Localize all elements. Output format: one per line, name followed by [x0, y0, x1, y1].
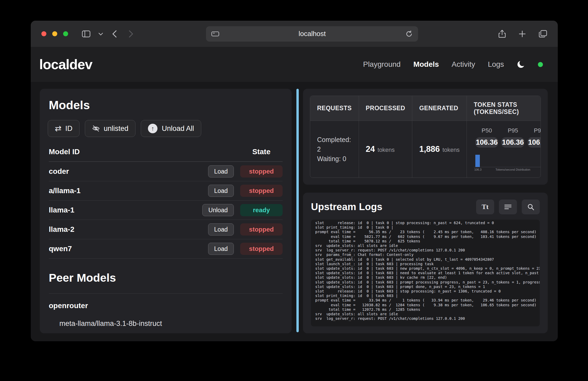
log-output-container[interactable]: slot release: id 0 | task 0 | stop proce…	[311, 220, 540, 326]
load-button[interactable]: Load	[208, 165, 234, 178]
nav-activity[interactable]: Activity	[452, 60, 475, 69]
completed-label: Completed:	[317, 135, 352, 144]
generated-value: 1,886	[419, 144, 440, 154]
toggle-unlisted-label: unlisted	[104, 125, 128, 133]
unload-all-label: Unload All	[162, 125, 194, 133]
generated-unit: tokens	[442, 147, 460, 153]
text-size-icon: Tt	[482, 203, 489, 211]
token-distribution-chart: 106.3 Tokens/second Distribution 106.4	[474, 152, 541, 171]
stats-table: REQUESTS PROCESSED GENERATED TOKEN STATS…	[310, 96, 541, 178]
peer-model-name[interactable]: meta-llama/llama-3.1-8b-instruct	[48, 312, 284, 328]
stats-header-requests: REQUESTS	[310, 96, 359, 121]
toggle-id-label: ID	[65, 125, 72, 133]
model-name: a/llama-1	[49, 187, 195, 195]
address-bar[interactable]: localhost	[206, 26, 418, 42]
stats-panel: REQUESTS PROCESSED GENERATED TOKEN STATS…	[303, 89, 548, 185]
url-text[interactable]: localhost	[219, 30, 405, 38]
load-button[interactable]: Load	[208, 243, 234, 255]
load-button[interactable]: Load	[208, 223, 234, 236]
log-output: slot release: id 0 | task 0 | stop proce…	[315, 221, 536, 321]
share-icon[interactable]	[498, 30, 506, 38]
toggle-unlisted-button[interactable]: unlisted	[85, 120, 135, 137]
upstream-logs-title: Upstream Logs	[311, 201, 382, 212]
nav-models[interactable]: Models	[413, 60, 439, 69]
p99-value: 106.36	[528, 137, 541, 148]
stats-header-token-stats: TOKEN STATS (TOKENS/SEC)	[467, 96, 541, 121]
peer-provider: openrouter	[48, 294, 284, 312]
p50-value: 106.36	[475, 137, 498, 148]
models-table: Model ID State coder Load stopped a/llam…	[48, 143, 284, 259]
arrow-up-circle-icon: ↑	[148, 124, 157, 133]
table-row: llama-2 Load stopped	[49, 220, 283, 239]
p50-label: P50	[474, 127, 500, 134]
zoom-window-button[interactable]	[63, 31, 68, 36]
new-tab-icon[interactable]	[519, 30, 526, 38]
p95-value: 106.36	[501, 137, 524, 148]
table-row: coder Load stopped	[49, 162, 283, 181]
minimize-window-button[interactable]	[52, 31, 57, 36]
table-row: a/llama-1 Load stopped	[49, 181, 283, 201]
back-button[interactable]	[112, 30, 117, 38]
lines-icon	[504, 204, 512, 210]
chevron-down-icon[interactable]	[98, 32, 103, 36]
load-button[interactable]: Load	[208, 185, 234, 197]
models-panel-title: Models	[49, 98, 284, 112]
token-distribution-chart-bars	[474, 152, 541, 167]
browser-chrome: localhost	[31, 21, 558, 47]
peer-models-title: Peer Models	[49, 271, 284, 284]
dark-mode-toggle-icon[interactable]	[517, 60, 525, 69]
server-status-indicator	[538, 62, 543, 67]
reload-icon[interactable]	[405, 30, 413, 38]
tab-overview-icon[interactable]	[539, 30, 547, 38]
chart-x-min: 106.3	[474, 168, 482, 171]
distribution-bar	[475, 155, 480, 167]
status-badge: stopped	[240, 185, 283, 197]
waiting-value: Waiting: 0	[317, 154, 352, 163]
p99-label: P99	[526, 127, 541, 134]
model-name: qwen7	[49, 245, 195, 253]
p95-label: P95	[500, 127, 526, 134]
unload-button[interactable]: Unload	[202, 204, 234, 216]
model-name: coder	[49, 167, 195, 176]
main-content: Models ⇄ ID unlisted	[31, 82, 558, 341]
stats-header-generated: GENERATED	[412, 96, 467, 121]
stats-header-processed: PROCESSED	[359, 96, 413, 121]
status-badge: stopped	[240, 165, 283, 178]
app-brand: localdev	[39, 56, 92, 72]
completed-value: 2	[317, 144, 352, 154]
column-header-state: State	[240, 148, 283, 156]
model-name: llama-1	[49, 206, 195, 214]
text-size-button[interactable]: Tt	[476, 200, 494, 214]
search-icon	[527, 203, 534, 210]
status-badge: ready	[240, 204, 283, 216]
table-row: llama-1 Unload ready	[49, 201, 283, 220]
eye-off-icon	[92, 125, 100, 132]
upstream-logs-panel: Upstream Logs Tt	[303, 193, 548, 333]
column-header-model-id: Model ID	[49, 148, 195, 156]
sidebar-toggle-icon[interactable]	[82, 30, 90, 37]
nav-playground[interactable]: Playground	[363, 60, 401, 69]
status-badge: stopped	[240, 223, 283, 236]
swap-arrows-icon: ⇄	[55, 125, 62, 132]
toggle-id-button[interactable]: ⇄ ID	[48, 120, 80, 137]
status-badge: stopped	[240, 243, 283, 255]
browser-window: localhost	[31, 21, 558, 341]
unload-all-button[interactable]: ↑ Unload All	[141, 120, 201, 137]
wrap-lines-button[interactable]	[499, 200, 517, 214]
token-stats-cell: P50 P95 P99 106.36 106.36 106.36 106.3 T…	[467, 121, 541, 178]
requests-cell: Completed: 2 Waiting: 0	[310, 121, 359, 178]
main-nav: Playground Models Activity Logs	[363, 60, 543, 69]
close-window-button[interactable]	[41, 31, 46, 36]
processed-unit: tokens	[378, 147, 395, 153]
page-format-icon[interactable]	[211, 31, 219, 37]
generated-cell: 1,886 tokens	[412, 121, 467, 178]
traffic-lights	[41, 31, 68, 36]
app-header: localdev Playground Models Activity Logs	[31, 47, 558, 82]
nav-logs[interactable]: Logs	[488, 60, 504, 69]
table-row: qwen7 Load stopped	[49, 239, 283, 259]
search-logs-button[interactable]	[522, 200, 540, 214]
processed-cell: 24 tokens	[359, 121, 413, 178]
forward-button[interactable]	[129, 30, 133, 38]
panel-divider-scrollbar[interactable]	[296, 89, 299, 332]
models-panel: Models ⇄ ID unlisted	[40, 89, 292, 333]
